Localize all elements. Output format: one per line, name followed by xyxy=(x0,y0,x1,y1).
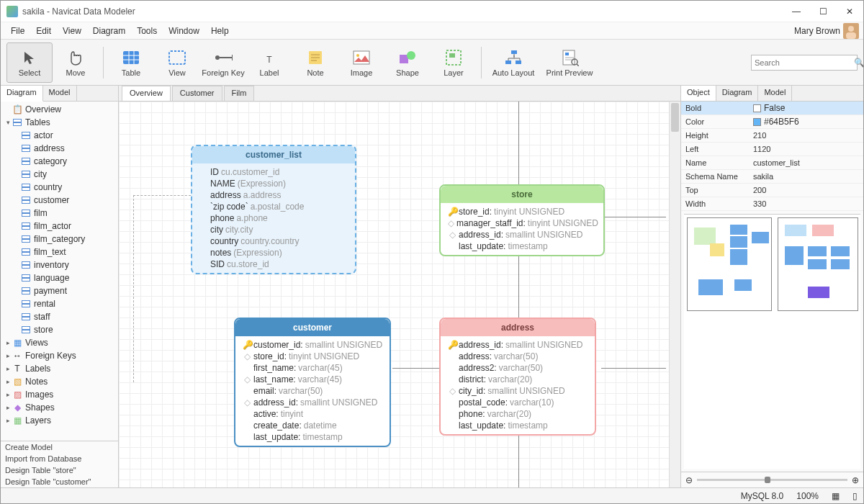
tool-table[interactable]: Table xyxy=(108,42,154,83)
scrollbar-vertical[interactable] xyxy=(669,102,680,487)
zoom-slider[interactable] xyxy=(697,479,847,481)
field-row[interactable]: 🔑customer_id: smallint UNSIGNED xyxy=(243,339,382,351)
left-tab-model[interactable]: Model xyxy=(43,86,77,101)
menu-help[interactable]: Help xyxy=(205,24,235,37)
tree-item-film_actor[interactable]: film_actor xyxy=(1,220,118,233)
menu-edit[interactable]: Edit xyxy=(30,24,57,37)
tool-shape[interactable]: Shape xyxy=(384,42,431,83)
field-row[interactable]: create_date: datetime xyxy=(243,420,382,431)
field-row[interactable]: active: tinyint xyxy=(243,408,382,420)
right-tab-object[interactable]: Object xyxy=(681,86,716,101)
canvas[interactable]: customer_list ID cu.customer_idNAME (Exp… xyxy=(119,102,680,487)
prop-top[interactable]: Top200 xyxy=(681,184,863,197)
entity-customer[interactable]: customer 🔑customer_id: smallint UNSIGNED… xyxy=(234,318,391,447)
left-tab-diagram[interactable]: Diagram xyxy=(1,86,43,102)
tree-item-film_text[interactable]: film_text xyxy=(1,246,118,258)
field-row[interactable]: phone: varchar(20) xyxy=(448,408,588,420)
entity-store[interactable]: store 🔑store_id: tinyint UNSIGNED◇manage… xyxy=(439,184,605,256)
history-item[interactable]: Import from Database xyxy=(1,453,118,464)
tree-tables[interactable]: ▾Tables xyxy=(1,116,118,129)
menu-tools[interactable]: Tools xyxy=(131,24,163,37)
tree[interactable]: 📋Overview ▾Tables actoraddresscategoryci… xyxy=(1,102,118,441)
tree-item-language[interactable]: language xyxy=(1,271,118,284)
tool-foreign-key[interactable]: Foreign Key xyxy=(200,42,246,83)
tree-item-address[interactable]: address xyxy=(1,142,118,155)
tree-item-city[interactable]: city xyxy=(1,168,118,181)
entity-address[interactable]: address 🔑address_id: smallint UNSIGNEDad… xyxy=(439,318,596,436)
field-row[interactable]: `zip code` a.postal_code xyxy=(199,201,348,212)
tree-item-staff[interactable]: staff xyxy=(1,310,118,323)
history-item[interactable]: Design Table "customer" xyxy=(1,476,118,487)
tree-notes[interactable]: ▸▧Notes xyxy=(1,375,118,388)
field-row[interactable]: last_update: timestamp xyxy=(243,431,382,443)
field-row[interactable]: district: varchar(20) xyxy=(448,374,588,385)
right-tab-model[interactable]: Model xyxy=(758,86,792,101)
minimize-button[interactable]: — xyxy=(788,5,805,18)
field-row[interactable]: city city.city xyxy=(199,224,348,235)
tree-shapes[interactable]: ▸◆Shapes xyxy=(1,401,118,414)
field-row[interactable]: ◇city_id: smallint UNSIGNED xyxy=(448,385,588,397)
tool-layer[interactable]: Layer xyxy=(431,42,477,83)
prop-height[interactable]: Height210 xyxy=(681,129,863,143)
search-input[interactable] xyxy=(755,58,854,67)
canvas-tab-film[interactable]: Film xyxy=(224,86,255,101)
tree-views[interactable]: ▸▦Views xyxy=(1,336,118,349)
field-row[interactable]: notes (Expression) xyxy=(199,247,348,258)
tool-view[interactable]: View xyxy=(154,42,200,83)
field-row[interactable]: address a.address xyxy=(199,189,348,201)
tree-item-country[interactable]: country xyxy=(1,181,118,194)
field-row[interactable]: ◇last_name: varchar(45) xyxy=(243,374,382,385)
tool-move[interactable]: Move xyxy=(53,42,99,83)
field-row[interactable]: phone a.phone xyxy=(199,212,348,224)
field-row[interactable]: ◇manager_staff_id: tinyint UNSIGNED xyxy=(448,217,596,229)
tree-images[interactable]: ▸▨Images xyxy=(1,388,118,401)
field-row[interactable]: address: varchar(50) xyxy=(448,351,588,362)
tool-auto-layout[interactable]: Auto Layout xyxy=(486,42,541,83)
entity-customer-list[interactable]: customer_list ID cu.customer_idNAME (Exp… xyxy=(191,145,356,274)
history-item[interactable]: Design Table "store" xyxy=(1,464,118,476)
tree-fks[interactable]: ▸↔Foreign Keys xyxy=(1,349,118,362)
tree-overview[interactable]: 📋Overview xyxy=(1,103,118,116)
canvas-tab-customer[interactable]: Customer xyxy=(172,86,222,101)
tree-item-inventory[interactable]: inventory xyxy=(1,258,118,271)
menu-diagram[interactable]: Diagram xyxy=(87,24,131,37)
field-row[interactable]: 🔑store_id: tinyint UNSIGNED xyxy=(448,206,596,217)
field-row[interactable]: last_update: timestamp xyxy=(448,420,588,431)
minimap[interactable] xyxy=(684,214,860,469)
tool-label[interactable]: TLabel xyxy=(246,42,292,83)
field-row[interactable]: SID cu.store_id xyxy=(199,258,348,270)
tool-note[interactable]: Note xyxy=(292,42,338,83)
tree-labels[interactable]: ▸TLabels xyxy=(1,362,118,375)
tree-item-store[interactable]: store xyxy=(1,323,118,336)
tree-item-film_category[interactable]: film_category xyxy=(1,233,118,246)
tree-item-rental[interactable]: rental xyxy=(1,297,118,310)
field-row[interactable]: country country.country xyxy=(199,235,348,247)
tool-image[interactable]: Image xyxy=(338,42,384,83)
tree-item-category[interactable]: category xyxy=(1,155,118,168)
prop-width[interactable]: Width330 xyxy=(681,197,863,211)
close-button[interactable]: ✕ xyxy=(842,5,858,18)
field-row[interactable]: email: varchar(50) xyxy=(243,385,382,397)
prop-name[interactable]: Namecustomer_list xyxy=(681,156,863,170)
status-page-icon[interactable]: ▯ xyxy=(852,491,858,501)
user-name[interactable]: Mary Brown xyxy=(794,26,840,36)
tree-layers[interactable]: ▸▦Layers xyxy=(1,414,118,427)
field-row[interactable]: ID cu.customer_id xyxy=(199,166,348,178)
right-tab-diagram[interactable]: Diagram xyxy=(716,86,759,101)
prop-left[interactable]: Left1120 xyxy=(681,143,863,156)
field-row[interactable]: last_update: timestamp xyxy=(448,240,596,252)
prop-schema[interactable]: Schema Namesakila xyxy=(681,170,863,184)
history-item[interactable]: Create Model xyxy=(1,441,118,453)
menu-window[interactable]: Window xyxy=(163,24,205,37)
field-row[interactable]: address2: varchar(50) xyxy=(448,362,588,374)
field-row[interactable]: first_name: varchar(45) xyxy=(243,362,382,374)
menu-view[interactable]: View xyxy=(57,24,87,37)
menu-file[interactable]: File xyxy=(5,24,30,37)
field-row[interactable]: ◇address_id: smallint UNSIGNED xyxy=(243,397,382,408)
zoom-in[interactable]: ⊕ xyxy=(852,475,859,485)
search-icon[interactable]: 🔍 xyxy=(854,58,864,68)
prop-color[interactable]: Color#64B5F6 xyxy=(681,115,863,129)
field-row[interactable]: ◇store_id: tinyint UNSIGNED xyxy=(243,351,382,362)
tree-item-film[interactable]: film xyxy=(1,207,118,220)
search-box[interactable]: 🔍 xyxy=(751,55,858,71)
